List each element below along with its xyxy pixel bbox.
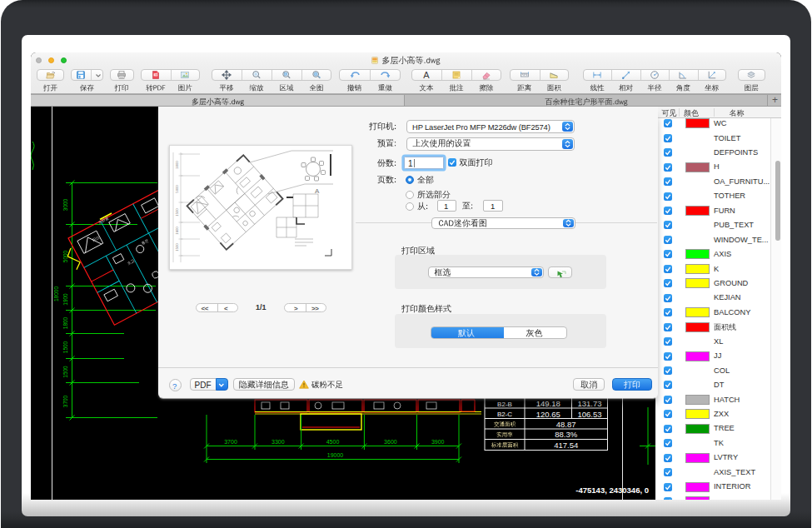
svg-text:A: A xyxy=(315,187,320,195)
svg-text:88.3%: 88.3% xyxy=(555,430,577,439)
svg-text:106.53: 106.53 xyxy=(577,410,601,419)
svg-text:4500: 4500 xyxy=(326,439,340,445)
svg-text:1900: 1900 xyxy=(62,293,68,306)
svg-text:131.73: 131.73 xyxy=(577,399,601,408)
svg-text:1500: 1500 xyxy=(62,341,68,353)
svg-text:19000: 19000 xyxy=(327,452,344,458)
svg-text:B2-B: B2-B xyxy=(497,401,512,408)
svg-text:3700: 3700 xyxy=(62,395,68,407)
svg-text:3300: 3300 xyxy=(271,439,285,445)
svg-text:1500: 1500 xyxy=(175,243,179,252)
svg-text:5000: 5000 xyxy=(175,185,179,193)
svg-text:-475143, 2430346, 0: -475143, 2430346, 0 xyxy=(575,486,649,495)
svg-text:3900: 3900 xyxy=(431,439,445,445)
svg-text:3000: 3000 xyxy=(175,161,179,169)
svg-text:149.18: 149.18 xyxy=(536,399,560,408)
svg-text:3000: 3000 xyxy=(62,198,68,211)
svg-text:A: A xyxy=(423,70,430,80)
svg-text:B2-C: B2-C xyxy=(497,411,512,418)
svg-text:48.87: 48.87 xyxy=(556,420,576,429)
svg-text:1800: 1800 xyxy=(175,227,179,235)
svg-text:417.54: 417.54 xyxy=(554,441,578,450)
svg-text:1500: 1500 xyxy=(62,366,68,378)
svg-text:1800: 1800 xyxy=(62,316,68,329)
svg-text:18000: 18000 xyxy=(53,286,59,301)
svg-text:3700: 3700 xyxy=(224,439,237,445)
svg-text:1500: 1500 xyxy=(175,208,179,217)
svg-text:120.65: 120.65 xyxy=(536,410,560,419)
svg-text:3600: 3600 xyxy=(384,439,397,445)
